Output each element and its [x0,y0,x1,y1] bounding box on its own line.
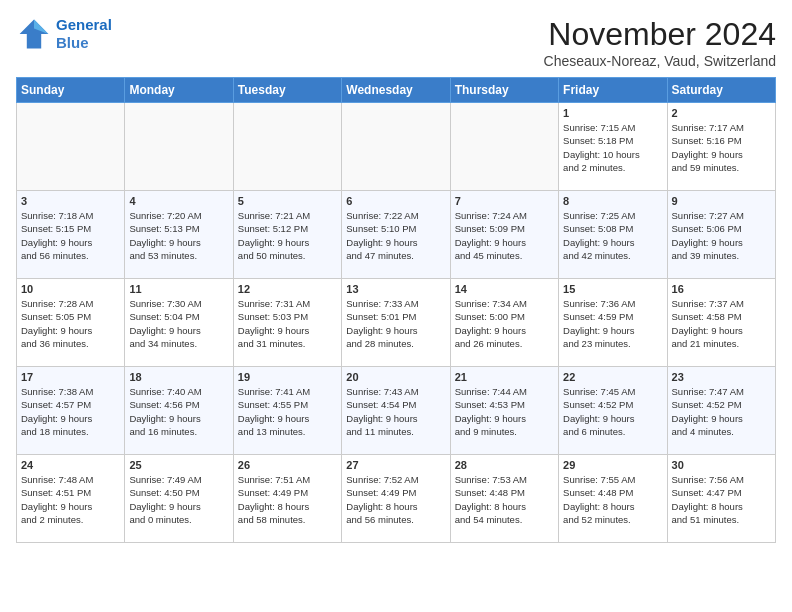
calendar-cell: 17Sunrise: 7:38 AM Sunset: 4:57 PM Dayli… [17,367,125,455]
calendar-cell: 19Sunrise: 7:41 AM Sunset: 4:55 PM Dayli… [233,367,341,455]
day-info: Sunrise: 7:37 AM Sunset: 4:58 PM Dayligh… [672,297,771,350]
day-info: Sunrise: 7:17 AM Sunset: 5:16 PM Dayligh… [672,121,771,174]
day-info: Sunrise: 7:44 AM Sunset: 4:53 PM Dayligh… [455,385,554,438]
day-info: Sunrise: 7:20 AM Sunset: 5:13 PM Dayligh… [129,209,228,262]
day-info: Sunrise: 7:31 AM Sunset: 5:03 PM Dayligh… [238,297,337,350]
calendar-cell [233,103,341,191]
calendar-cell: 30Sunrise: 7:56 AM Sunset: 4:47 PM Dayli… [667,455,775,543]
logo: General Blue [16,16,112,52]
day-number: 9 [672,195,771,207]
week-row-3: 10Sunrise: 7:28 AM Sunset: 5:05 PM Dayli… [17,279,776,367]
calendar-cell: 26Sunrise: 7:51 AM Sunset: 4:49 PM Dayli… [233,455,341,543]
day-info: Sunrise: 7:55 AM Sunset: 4:48 PM Dayligh… [563,473,662,526]
calendar-cell: 16Sunrise: 7:37 AM Sunset: 4:58 PM Dayli… [667,279,775,367]
day-info: Sunrise: 7:48 AM Sunset: 4:51 PM Dayligh… [21,473,120,526]
calendar-cell [17,103,125,191]
calendar-cell: 11Sunrise: 7:30 AM Sunset: 5:04 PM Dayli… [125,279,233,367]
day-info: Sunrise: 7:40 AM Sunset: 4:56 PM Dayligh… [129,385,228,438]
day-number: 20 [346,371,445,383]
calendar-cell: 15Sunrise: 7:36 AM Sunset: 4:59 PM Dayli… [559,279,667,367]
calendar-cell: 9Sunrise: 7:27 AM Sunset: 5:06 PM Daylig… [667,191,775,279]
weekday-sunday: Sunday [17,78,125,103]
calendar-cell: 22Sunrise: 7:45 AM Sunset: 4:52 PM Dayli… [559,367,667,455]
calendar-cell: 25Sunrise: 7:49 AM Sunset: 4:50 PM Dayli… [125,455,233,543]
day-number: 14 [455,283,554,295]
calendar-cell: 7Sunrise: 7:24 AM Sunset: 5:09 PM Daylig… [450,191,558,279]
calendar-cell: 2Sunrise: 7:17 AM Sunset: 5:16 PM Daylig… [667,103,775,191]
day-number: 16 [672,283,771,295]
weekday-saturday: Saturday [667,78,775,103]
day-number: 17 [21,371,120,383]
weekday-wednesday: Wednesday [342,78,450,103]
logo-line1: General [56,16,112,33]
day-number: 8 [563,195,662,207]
calendar-cell [450,103,558,191]
calendar-cell: 24Sunrise: 7:48 AM Sunset: 4:51 PM Dayli… [17,455,125,543]
day-info: Sunrise: 7:53 AM Sunset: 4:48 PM Dayligh… [455,473,554,526]
calendar-cell: 29Sunrise: 7:55 AM Sunset: 4:48 PM Dayli… [559,455,667,543]
day-number: 24 [21,459,120,471]
month-title: November 2024 [544,16,776,53]
page-header: General Blue November 2024 Cheseaux-Nore… [16,16,776,69]
day-info: Sunrise: 7:30 AM Sunset: 5:04 PM Dayligh… [129,297,228,350]
calendar-cell: 6Sunrise: 7:22 AM Sunset: 5:10 PM Daylig… [342,191,450,279]
day-info: Sunrise: 7:28 AM Sunset: 5:05 PM Dayligh… [21,297,120,350]
day-info: Sunrise: 7:34 AM Sunset: 5:00 PM Dayligh… [455,297,554,350]
day-info: Sunrise: 7:56 AM Sunset: 4:47 PM Dayligh… [672,473,771,526]
day-number: 27 [346,459,445,471]
calendar-cell: 23Sunrise: 7:47 AM Sunset: 4:52 PM Dayli… [667,367,775,455]
calendar-cell: 14Sunrise: 7:34 AM Sunset: 5:00 PM Dayli… [450,279,558,367]
title-block: November 2024 Cheseaux-Noreaz, Vaud, Swi… [544,16,776,69]
day-info: Sunrise: 7:22 AM Sunset: 5:10 PM Dayligh… [346,209,445,262]
calendar-cell [125,103,233,191]
weekday-tuesday: Tuesday [233,78,341,103]
day-number: 18 [129,371,228,383]
day-number: 11 [129,283,228,295]
weekday-header-row: SundayMondayTuesdayWednesdayThursdayFrid… [17,78,776,103]
day-info: Sunrise: 7:36 AM Sunset: 4:59 PM Dayligh… [563,297,662,350]
day-number: 5 [238,195,337,207]
day-info: Sunrise: 7:51 AM Sunset: 4:49 PM Dayligh… [238,473,337,526]
day-info: Sunrise: 7:38 AM Sunset: 4:57 PM Dayligh… [21,385,120,438]
week-row-5: 24Sunrise: 7:48 AM Sunset: 4:51 PM Dayli… [17,455,776,543]
day-info: Sunrise: 7:47 AM Sunset: 4:52 PM Dayligh… [672,385,771,438]
day-info: Sunrise: 7:18 AM Sunset: 5:15 PM Dayligh… [21,209,120,262]
day-number: 22 [563,371,662,383]
day-number: 25 [129,459,228,471]
weekday-monday: Monday [125,78,233,103]
day-number: 6 [346,195,445,207]
day-number: 1 [563,107,662,119]
day-number: 4 [129,195,228,207]
location: Cheseaux-Noreaz, Vaud, Switzerland [544,53,776,69]
day-number: 28 [455,459,554,471]
day-info: Sunrise: 7:52 AM Sunset: 4:49 PM Dayligh… [346,473,445,526]
day-info: Sunrise: 7:43 AM Sunset: 4:54 PM Dayligh… [346,385,445,438]
day-info: Sunrise: 7:15 AM Sunset: 5:18 PM Dayligh… [563,121,662,174]
day-number: 30 [672,459,771,471]
day-info: Sunrise: 7:27 AM Sunset: 5:06 PM Dayligh… [672,209,771,262]
calendar-cell: 8Sunrise: 7:25 AM Sunset: 5:08 PM Daylig… [559,191,667,279]
calendar-cell: 21Sunrise: 7:44 AM Sunset: 4:53 PM Dayli… [450,367,558,455]
day-number: 26 [238,459,337,471]
calendar-cell: 5Sunrise: 7:21 AM Sunset: 5:12 PM Daylig… [233,191,341,279]
logo-text: General Blue [56,16,112,52]
calendar-cell: 12Sunrise: 7:31 AM Sunset: 5:03 PM Dayli… [233,279,341,367]
logo-line2: Blue [56,34,89,51]
calendar-cell: 4Sunrise: 7:20 AM Sunset: 5:13 PM Daylig… [125,191,233,279]
day-number: 13 [346,283,445,295]
day-info: Sunrise: 7:21 AM Sunset: 5:12 PM Dayligh… [238,209,337,262]
day-number: 2 [672,107,771,119]
calendar-body: 1Sunrise: 7:15 AM Sunset: 5:18 PM Daylig… [17,103,776,543]
day-number: 7 [455,195,554,207]
calendar-cell: 3Sunrise: 7:18 AM Sunset: 5:15 PM Daylig… [17,191,125,279]
weekday-thursday: Thursday [450,78,558,103]
day-info: Sunrise: 7:45 AM Sunset: 4:52 PM Dayligh… [563,385,662,438]
day-info: Sunrise: 7:24 AM Sunset: 5:09 PM Dayligh… [455,209,554,262]
calendar-cell: 28Sunrise: 7:53 AM Sunset: 4:48 PM Dayli… [450,455,558,543]
week-row-2: 3Sunrise: 7:18 AM Sunset: 5:15 PM Daylig… [17,191,776,279]
day-number: 23 [672,371,771,383]
day-number: 3 [21,195,120,207]
day-number: 21 [455,371,554,383]
calendar-cell: 10Sunrise: 7:28 AM Sunset: 5:05 PM Dayli… [17,279,125,367]
calendar-cell: 27Sunrise: 7:52 AM Sunset: 4:49 PM Dayli… [342,455,450,543]
